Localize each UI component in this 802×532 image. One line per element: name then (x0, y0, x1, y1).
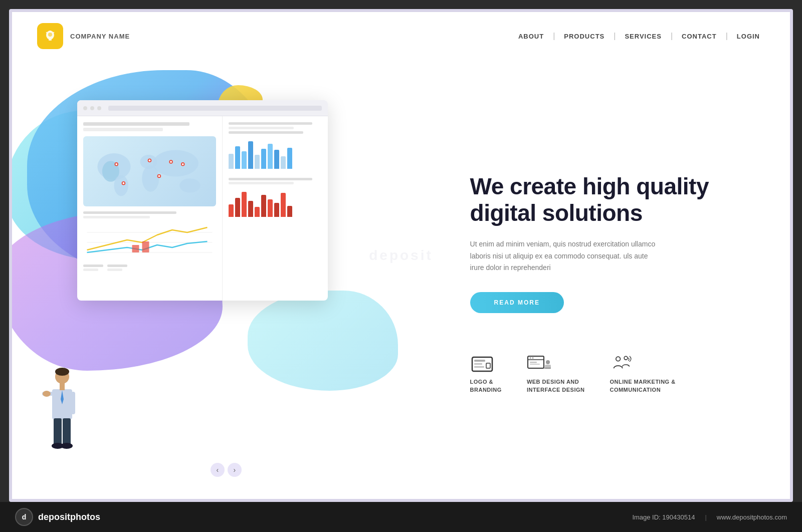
online-marketing-label: ONLINE MARKETING &COMMUNICATION (610, 378, 675, 394)
nav-products[interactable]: PRODUCTS (559, 33, 610, 40)
svg-rect-37 (54, 418, 62, 446)
logo-icon (37, 23, 63, 49)
hero-description: Ut enim ad minim veniam, quis nostrud ex… (470, 238, 661, 274)
slider-controls: ‹ › (211, 463, 242, 477)
feature-online-marketing: ONLINE MARKETING &COMMUNICATION (610, 353, 675, 394)
image-id: Image ID: 190430514 (632, 513, 695, 521)
main-content: ‹ › We create high quality digital solut… (12, 60, 790, 497)
svg-line-4 (47, 33, 48, 34)
bottom-right-info: Image ID: 190430514 | www.depositphotos.… (632, 513, 787, 521)
company-name: COMPANY NAME (70, 33, 130, 40)
online-marketing-icon (610, 353, 634, 373)
logo-area: COMPANY NAME (37, 23, 130, 49)
svg-point-8 (114, 175, 128, 196)
svg-point-40 (61, 443, 73, 449)
svg-point-12 (179, 178, 200, 192)
dash-left-panel (77, 116, 223, 301)
svg-rect-52 (530, 364, 540, 365)
svg-point-14 (115, 163, 117, 165)
svg-point-50 (532, 357, 533, 359)
svg-point-49 (529, 357, 531, 359)
features-row: LOGO &BRANDING (470, 353, 760, 394)
svg-rect-29 (142, 241, 149, 252)
svg-line-5 (53, 33, 54, 34)
svg-rect-38 (63, 418, 71, 446)
svg-point-57 (625, 356, 628, 360)
svg-rect-28 (132, 245, 139, 252)
feature-web-design: WEB DESIGN ANDINTERFACE DESIGN (527, 353, 585, 394)
svg-rect-43 (474, 360, 485, 362)
nav-login[interactable]: LOGIN (732, 33, 765, 40)
dashboard-header (77, 100, 328, 116)
svg-point-24 (123, 182, 125, 184)
svg-point-22 (158, 175, 160, 177)
world-map (83, 136, 216, 206)
nav-links: ABOUT | PRODUCTS | SERVICES | CONTACT | … (513, 32, 765, 41)
bottom-bar: d depositphotos Image ID: 190430514 | ww… (0, 502, 802, 532)
svg-point-36 (43, 391, 51, 397)
svg-point-11 (153, 150, 198, 176)
left-section: ‹ › (12, 60, 440, 497)
web-design-icon (527, 353, 551, 373)
dashboard-body (77, 116, 328, 301)
svg-rect-1 (49, 39, 52, 41)
bottom-bar-chart (229, 189, 322, 217)
svg-rect-45 (474, 366, 484, 368)
svg-rect-55 (544, 368, 551, 369)
logo-branding-icon (470, 353, 494, 373)
person-figure (40, 367, 85, 467)
svg-point-31 (55, 368, 69, 376)
svg-point-2 (48, 33, 52, 37)
svg-point-20 (182, 163, 184, 165)
website-mockup: COMPANY NAME ABOUT | PRODUCTS | SERVICES… (9, 9, 793, 502)
svg-point-16 (149, 159, 151, 161)
site-url: www.depositphotos.com (717, 513, 787, 521)
blob-teal-bottom (248, 291, 398, 391)
depositphotos-logo: d depositphotos (15, 508, 100, 526)
svg-rect-44 (474, 363, 482, 365)
svg-rect-33 (60, 383, 65, 390)
hero-title: We create high quality digital solutions (470, 173, 760, 226)
slider-next[interactable]: › (228, 463, 242, 477)
svg-point-53 (546, 360, 550, 364)
svg-rect-35 (71, 392, 75, 414)
feature-logo-branding: LOGO &BRANDING (470, 353, 502, 394)
logo-branding-label: LOGO &BRANDING (470, 378, 502, 394)
nav-contact[interactable]: CONTACT (677, 33, 722, 40)
navbar: COMPANY NAME ABOUT | PRODUCTS | SERVICES… (12, 12, 790, 60)
svg-rect-51 (530, 362, 537, 363)
line-chart (83, 222, 216, 262)
read-more-button[interactable]: READ MORE (470, 292, 564, 313)
dp-circle-icon: d (15, 508, 33, 526)
svg-rect-46 (486, 363, 490, 368)
svg-point-18 (170, 161, 172, 163)
depositphotos-text: depositphotos (38, 512, 100, 522)
slider-prev[interactable]: ‹ (211, 463, 225, 477)
top-bar-chart (229, 139, 322, 169)
svg-point-56 (616, 357, 621, 361)
nav-services[interactable]: SERVICES (620, 33, 667, 40)
dashboard-illustration (77, 100, 328, 301)
nav-about[interactable]: ABOUT (513, 33, 549, 40)
web-design-label: WEB DESIGN ANDINTERFACE DESIGN (527, 378, 585, 394)
dash-right-panel (223, 116, 328, 301)
right-section: We create high quality digital solutions… (440, 60, 790, 497)
